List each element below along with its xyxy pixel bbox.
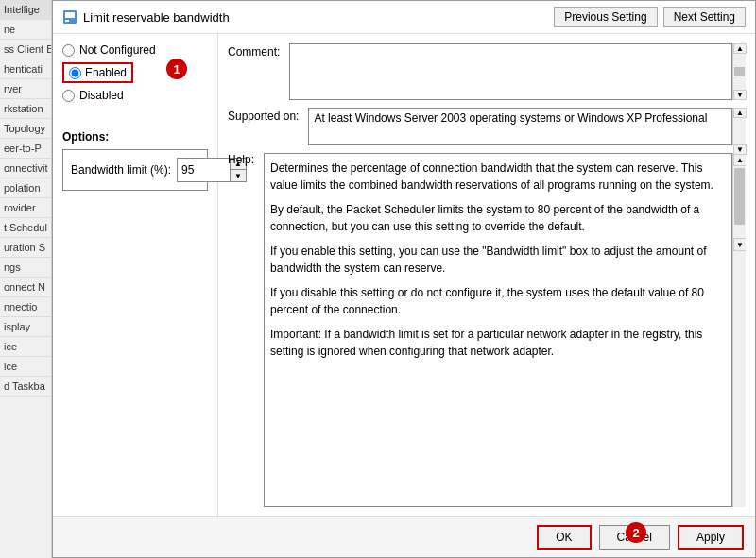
title-bar-left: Limit reservable bandwidth: [62, 9, 230, 25]
help-content: Determines the percentage of connection …: [264, 153, 732, 507]
sidebar-item-7[interactable]: eer-to-P: [0, 139, 51, 159]
radio-not-configured-label: Not Configured: [79, 43, 156, 57]
sidebar: Intellige ne ss Client B henticati rver …: [0, 0, 52, 558]
help-scroll-thumb[interactable]: [734, 168, 745, 225]
radio-group: Not Configured Enabled 1 Disabled: [62, 43, 208, 102]
sidebar-item-14[interactable]: onnect N: [0, 278, 51, 297]
sidebar-item-1[interactable]: ne: [0, 20, 51, 40]
radio-not-configured[interactable]: Not Configured: [62, 43, 208, 57]
options-box: Bandwidth limit (%): 95 ▲ ▼: [62, 149, 208, 191]
sidebar-item-8[interactable]: onnectivit: [0, 159, 51, 178]
sidebar-item-6[interactable]: Topology: [0, 119, 51, 139]
comment-scrollbar: ▲ ▼: [732, 43, 746, 100]
sidebar-item-15[interactable]: nnectio: [0, 297, 51, 317]
help-section: Help: Determines the percentage of conne…: [228, 153, 746, 507]
bandwidth-row: Bandwidth limit (%): 95 ▲ ▼: [71, 158, 199, 182]
comment-textarea[interactable]: [289, 43, 732, 100]
sidebar-item-13[interactable]: ngs: [0, 258, 51, 278]
comment-scroll-thumb[interactable]: [734, 67, 745, 76]
svg-rect-2: [65, 20, 69, 22]
enabled-box: Enabled: [62, 62, 133, 83]
comment-scroll-up[interactable]: ▲: [733, 43, 747, 54]
sidebar-item-18[interactable]: ice: [0, 357, 51, 377]
comment-section: Comment: ▲ ▼: [228, 43, 746, 100]
help-scrollbar[interactable]: ▲ ▼: [732, 153, 746, 507]
comment-scroll-down[interactable]: ▼: [733, 90, 747, 100]
previous-setting-button[interactable]: Previous Setting: [554, 7, 657, 27]
sidebar-item-9[interactable]: polation: [0, 178, 51, 198]
svg-rect-1: [65, 12, 75, 18]
radio-enabled-label: Enabled: [85, 66, 127, 79]
sidebar-item-2[interactable]: ss Client B: [0, 40, 51, 59]
radio-disabled-input[interactable]: [62, 90, 75, 102]
supported-box-wrapper: At least Windows Server 2003 operating s…: [308, 108, 746, 145]
help-content-wrapper: Determines the percentage of connection …: [264, 153, 746, 507]
sidebar-item-19[interactable]: d Taskba: [0, 377, 51, 397]
help-label: Help:: [228, 153, 254, 507]
radio-not-configured-input[interactable]: [62, 44, 75, 57]
supported-scrollbar: ▲ ▼: [732, 108, 746, 145]
title-bar: Limit reservable bandwidth Previous Sett…: [53, 1, 755, 34]
supported-scroll-down[interactable]: ▼: [733, 144, 747, 155]
supported-value: At least Windows Server 2003 operating s…: [308, 108, 732, 145]
sidebar-item-3[interactable]: henticati: [0, 59, 51, 79]
supported-section: Supported on: At least Windows Server 20…: [228, 108, 746, 145]
sidebar-item-4[interactable]: rver: [0, 79, 51, 99]
supported-scroll-up[interactable]: ▲: [733, 108, 747, 118]
options-section: Options: Bandwidth limit (%): 95 ▲ ▼: [62, 130, 208, 191]
title-icon: [62, 9, 77, 25]
ok-button[interactable]: OK: [537, 525, 591, 550]
sidebar-item-16[interactable]: isplay: [0, 317, 51, 337]
comment-label: Comment:: [228, 43, 280, 100]
right-panel: Comment: ▲ ▼ Supported on: At least Wind…: [218, 34, 755, 516]
annotation-2: 2: [626, 522, 646, 543]
sidebar-item-12[interactable]: uration S: [0, 238, 51, 258]
left-panel: Not Configured Enabled 1 Disabled Option…: [53, 34, 218, 516]
dialog: Limit reservable bandwidth Previous Sett…: [52, 0, 756, 558]
sidebar-item-5[interactable]: rkstation: [0, 99, 51, 119]
title-buttons: Previous Setting Next Setting: [554, 7, 746, 27]
comment-area: ▲ ▼: [289, 43, 746, 100]
help-scroll-up[interactable]: ▲: [733, 153, 746, 166]
dialog-title: Limit reservable bandwidth: [83, 10, 230, 25]
next-setting-button[interactable]: Next Setting: [663, 7, 746, 27]
radio-disabled[interactable]: Disabled: [62, 89, 208, 102]
radio-enabled[interactable]: Enabled 1: [62, 62, 208, 83]
radio-disabled-label: Disabled: [79, 89, 124, 102]
sidebar-item-11[interactable]: t Schedul: [0, 218, 51, 238]
sidebar-item-17[interactable]: ice: [0, 337, 51, 357]
apply-button[interactable]: Apply: [678, 525, 744, 550]
radio-enabled-input[interactable]: [69, 67, 81, 79]
sidebar-item-0[interactable]: Intellige: [0, 0, 51, 20]
supported-label: Supported on:: [228, 108, 299, 123]
options-label: Options:: [62, 130, 208, 144]
bandwidth-label: Bandwidth limit (%):: [71, 163, 171, 177]
bottom-bar: 2 OK Cancel Apply: [53, 516, 755, 557]
help-scroll-down[interactable]: ▼: [733, 238, 746, 251]
annotation-1: 1: [166, 59, 187, 79]
sidebar-item-10[interactable]: rovider: [0, 198, 51, 218]
content-area: Not Configured Enabled 1 Disabled Option…: [53, 34, 755, 516]
